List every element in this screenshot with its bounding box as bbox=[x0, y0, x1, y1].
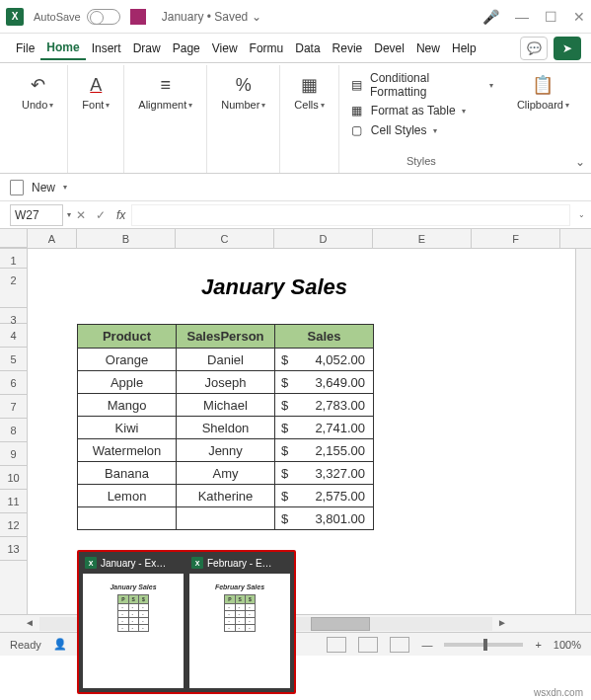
new-file-icon[interactable] bbox=[10, 180, 24, 195]
taskbar-thumb-january[interactable]: XJanuary - Ex… January Sales PS$--------… bbox=[81, 554, 185, 690]
row-header[interactable]: 11 bbox=[0, 490, 27, 513]
styles-group-label: Styles bbox=[349, 155, 493, 169]
conditional-formatting-button[interactable]: ▤Conditional Formatting▾ bbox=[349, 69, 493, 101]
watermark: wsxdn.com bbox=[534, 687, 583, 698]
accept-formula-button[interactable]: ✓ bbox=[91, 208, 111, 222]
sheet-title[interactable]: January Sales bbox=[77, 274, 472, 300]
cancel-formula-button[interactable]: ✕ bbox=[71, 208, 91, 222]
col-header[interactable]: A bbox=[28, 229, 77, 248]
row-headers: 1 2 3 4 5 6 7 8 9 10 11 12 13 bbox=[0, 249, 28, 614]
col-header[interactable]: D bbox=[274, 229, 373, 248]
tab-draw[interactable]: Draw bbox=[127, 38, 167, 59]
tab-home[interactable]: Home bbox=[40, 37, 85, 60]
taskbar-thumb-february[interactable]: XFebruary - E… February Sales PS$-------… bbox=[187, 554, 292, 690]
cell-styles-button[interactable]: ▢Cell Styles▾ bbox=[349, 120, 493, 140]
thumb-title: January - Ex… bbox=[101, 558, 166, 569]
minimize-button[interactable]: — bbox=[515, 9, 529, 25]
col-header[interactable]: C bbox=[176, 229, 274, 248]
tab-insert[interactable]: Insert bbox=[86, 38, 127, 59]
table-row: LemonKatherine2,575.00 bbox=[78, 485, 374, 507]
scroll-thumb[interactable] bbox=[311, 617, 370, 631]
tab-developer[interactable]: Devel bbox=[368, 38, 410, 59]
alignment-button[interactable]: ≡ Alignment▾ bbox=[132, 69, 198, 115]
tab-view[interactable]: View bbox=[206, 38, 244, 59]
normal-view-button[interactable] bbox=[327, 637, 346, 653]
tab-file[interactable]: File bbox=[10, 38, 40, 59]
page-break-view-button[interactable] bbox=[390, 637, 409, 653]
chevron-down-icon[interactable]: ▾ bbox=[63, 183, 67, 192]
fx-icon[interactable]: fx bbox=[111, 208, 131, 222]
zoom-level: 100% bbox=[554, 639, 581, 651]
cells-button[interactable]: ▦ Cells▾ bbox=[288, 69, 330, 115]
column-headers: A B C D E F bbox=[0, 229, 591, 249]
expand-formula-bar[interactable]: ⌄ bbox=[578, 210, 585, 219]
comments-button[interactable]: 💬 bbox=[520, 37, 548, 60]
table-row: OrangeDaniel4,052.00 bbox=[78, 349, 374, 371]
conditional-formatting-icon: ▤ bbox=[349, 77, 364, 93]
col-header[interactable]: B bbox=[77, 229, 176, 248]
col-header[interactable]: E bbox=[373, 229, 472, 248]
select-all-corner[interactable] bbox=[0, 229, 28, 248]
number-button[interactable]: % Number▾ bbox=[215, 69, 271, 115]
row-header[interactable]: 8 bbox=[0, 419, 27, 442]
vertical-scrollbar[interactable] bbox=[575, 249, 591, 614]
autosave-toggle[interactable] bbox=[87, 9, 120, 25]
zoom-in-button[interactable]: + bbox=[535, 639, 541, 651]
row-header[interactable]: 6 bbox=[0, 371, 27, 395]
row-header[interactable]: 12 bbox=[0, 513, 27, 537]
scroll-right-button[interactable]: ► bbox=[494, 617, 510, 628]
formula-input[interactable] bbox=[131, 204, 570, 226]
chevron-down-icon: ▾ bbox=[49, 101, 53, 110]
thumb-preview: February Sales PS$------------ bbox=[189, 574, 290, 688]
format-as-table-button[interactable]: ▦Format as Table▾ bbox=[349, 101, 493, 120]
accessibility-icon[interactable]: 👤 bbox=[53, 638, 67, 651]
zoom-out-button[interactable]: — bbox=[421, 639, 432, 651]
close-button[interactable]: ✕ bbox=[573, 9, 585, 25]
ribbon-tabs: File Home Insert Draw Page View Formu Da… bbox=[0, 34, 591, 63]
row-header[interactable]: 9 bbox=[0, 442, 27, 466]
font-button[interactable]: A Font▾ bbox=[76, 69, 115, 115]
row-header[interactable]: 4 bbox=[0, 324, 27, 348]
table-row: MangoMichael2,783.00 bbox=[78, 394, 374, 417]
page-layout-view-button[interactable] bbox=[358, 637, 378, 653]
row-header[interactable]: 10 bbox=[0, 466, 27, 490]
collapse-ribbon-button[interactable]: ⌄ bbox=[575, 155, 585, 169]
table-row: AppleJoseph3,649.00 bbox=[78, 371, 374, 394]
header-salesperson[interactable]: SalesPerson bbox=[177, 325, 275, 349]
row-header[interactable]: 2 bbox=[0, 269, 27, 308]
autosave-label: AutoSave bbox=[34, 11, 81, 23]
tab-review[interactable]: Revie bbox=[327, 38, 369, 59]
new-label[interactable]: New bbox=[32, 181, 55, 194]
tab-help[interactable]: Help bbox=[446, 38, 482, 59]
clipboard-button[interactable]: 📋 Clipboard▾ bbox=[511, 69, 575, 115]
col-header[interactable]: F bbox=[472, 229, 560, 248]
header-product[interactable]: Product bbox=[78, 325, 177, 349]
taskbar-preview: XJanuary - Ex… January Sales PS$--------… bbox=[77, 550, 296, 694]
save-icon[interactable] bbox=[130, 9, 146, 25]
row-header[interactable]: 5 bbox=[0, 348, 27, 371]
table-row: BananaAmy3,327.00 bbox=[78, 462, 374, 485]
header-sales[interactable]: Sales bbox=[275, 325, 374, 349]
name-box[interactable]: W27 bbox=[10, 204, 63, 226]
tab-formulas[interactable]: Formu bbox=[244, 38, 290, 59]
table-row: WatermelonJenny2,155.00 bbox=[78, 439, 374, 462]
row-header[interactable]: 7 bbox=[0, 395, 27, 419]
scroll-left-button[interactable]: ◄ bbox=[22, 617, 37, 628]
row-header[interactable]: 3 bbox=[0, 308, 27, 324]
ribbon: ↶ Undo▾ A Font▾ ≡ Alignment▾ % Number▾ ▦… bbox=[0, 63, 591, 174]
row-header[interactable]: 13 bbox=[0, 537, 27, 561]
row-header[interactable]: 1 bbox=[0, 249, 27, 269]
document-title[interactable]: January • Saved⌄ bbox=[162, 10, 482, 24]
tab-data[interactable]: Data bbox=[289, 38, 326, 59]
tab-page[interactable]: Page bbox=[167, 38, 206, 59]
maximize-button[interactable]: ☐ bbox=[545, 9, 557, 25]
undo-button[interactable]: ↶ Undo▾ bbox=[16, 69, 59, 115]
share-button[interactable]: ➤ bbox=[554, 37, 581, 60]
excel-logo-icon: X bbox=[85, 557, 97, 569]
tab-new[interactable]: New bbox=[410, 38, 446, 59]
quick-access-bar: New ▾ bbox=[0, 174, 591, 201]
undo-icon: ↶ bbox=[26, 73, 49, 97]
chevron-down-icon: ⌄ bbox=[252, 10, 261, 24]
mic-icon[interactable]: 🎤 bbox=[482, 9, 499, 25]
zoom-slider[interactable] bbox=[444, 643, 523, 647]
